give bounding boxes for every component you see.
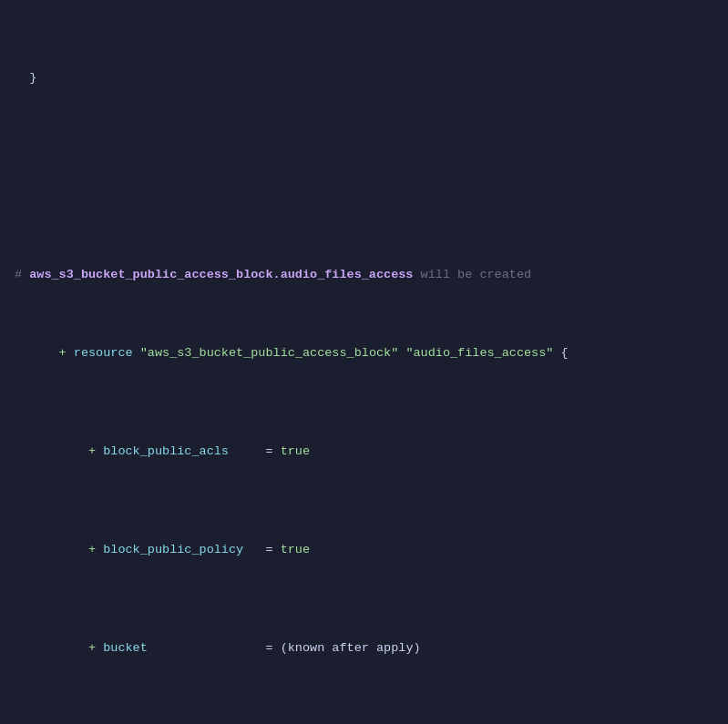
s3-attr-id: + id = (known after apply)	[15, 717, 713, 724]
s3-comment: # aws_s3_bucket_public_access_block.audi…	[15, 265, 713, 285]
s3-attr-block-public-policy: + block_public_policy = true	[15, 520, 713, 579]
prev-close-brace: }	[15, 68, 713, 88]
s3-attr-bucket: + bucket = (known after apply)	[15, 618, 713, 678]
blank-line-0	[15, 127, 713, 148]
section-s3-public-access: # aws_s3_bucket_public_access_block.audi…	[15, 226, 713, 724]
s3-resource-line: + resource "aws_s3_bucket_public_access_…	[15, 324, 713, 383]
s3-attr-block-public-acls: + block_public_acls = true	[15, 422, 713, 481]
code-output: } # aws_s3_bucket_public_access_block.au…	[15, 9, 713, 724]
